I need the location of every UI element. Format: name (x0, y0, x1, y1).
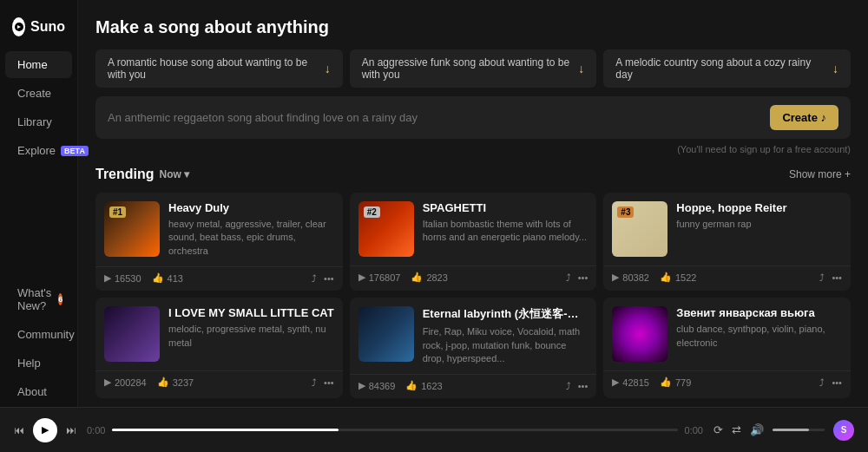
player-controls: ⏮ ▶ ⏭ (14, 418, 76, 442)
track-thumb-5: ▶ (612, 306, 667, 362)
logo-icon (12, 17, 25, 36)
more-icon-1[interactable]: ••• (578, 272, 589, 283)
play-btn-4[interactable]: ▶ (376, 324, 397, 344)
community-label: Community (17, 328, 75, 341)
create-button[interactable]: Create ♪ (770, 105, 838, 130)
play-btn-1[interactable]: ▶ (376, 219, 397, 239)
more-icon-2[interactable]: ••• (832, 272, 842, 283)
track-actions-4: ⤴ ••• (566, 381, 589, 391)
progress-bar-track[interactable] (112, 429, 677, 431)
more-icon-0[interactable]: ••• (324, 273, 334, 284)
player-prev-button[interactable]: ⏮ (14, 424, 24, 436)
home-label: Home (17, 58, 48, 71)
app-logo[interactable]: Suno (0, 10, 77, 50)
track-thumb-0: #1 ▶ (104, 201, 160, 257)
like-icon-4: 👍 (405, 380, 418, 391)
more-icon-5[interactable]: ••• (832, 377, 842, 388)
track-actions-5: ⤴ ••• (819, 377, 842, 388)
play-btn-0[interactable]: ▶ (122, 219, 142, 239)
sidebar-item-explore[interactable]: Explore BETA (5, 137, 72, 164)
page-title: Make a song about anything (95, 17, 851, 37)
track-plays-5: ▶ 42815 (612, 377, 649, 388)
play-count-4: 84369 (369, 381, 396, 391)
volume-fill (773, 429, 809, 431)
sidebar-item-create[interactable]: Create (5, 80, 72, 107)
play-count-icon-3: ▶ (104, 377, 111, 388)
like-icon-0: 👍 (152, 272, 164, 284)
create-bar: Create ♪ (95, 96, 851, 139)
now-selector[interactable]: Now ▾ (160, 168, 189, 180)
trending-header: Trending Now ▾ Show more + (95, 167, 851, 182)
more-icon-3[interactable]: ••• (324, 377, 334, 388)
track-actions-1: ⤴ ••• (566, 272, 589, 283)
track-info-3: I LOVE MY SMALL LITTLE CAT melodic, prog… (168, 306, 334, 362)
trending-track-4[interactable]: ▶ Eternal labyrinth (永恒迷客-アバタレ—... Fire,… (350, 298, 597, 398)
library-label: Library (17, 115, 52, 128)
trending-track-3[interactable]: ▶ I LOVE MY SMALL LITTLE CAT melodic, pr… (95, 298, 343, 398)
player-progress: 0:00 0:00 (87, 425, 703, 436)
sidebar-item-home[interactable]: Home (5, 51, 72, 78)
trending-show-more[interactable]: Show more + (789, 168, 851, 180)
track-actions-2: ⤴ ••• (819, 272, 842, 283)
sidebar: Suno Home Create Library Explore BETA Wh… (0, 0, 78, 452)
share-icon-2[interactable]: ⤴ (819, 272, 825, 283)
track-likes-2: 👍 1522 (660, 272, 696, 283)
suggestion-pill-0[interactable]: A romantic house song about wanting to b… (95, 49, 343, 88)
play-btn-5[interactable]: ▶ (629, 324, 650, 344)
track-likes-1: 👍 2823 (411, 272, 447, 283)
trending-track-1[interactable]: #2 ▶ SPAGHETTI Italian bombastic theme w… (350, 193, 597, 291)
volume-icon[interactable]: 🔊 (750, 423, 764, 436)
more-icon-4[interactable]: ••• (578, 381, 589, 391)
share-icon-4[interactable]: ⤴ (566, 381, 571, 391)
user-avatar[interactable]: S (833, 420, 854, 441)
track-bottom-3: ▶ 200284 👍 3237 ⤴ ••• (95, 370, 343, 395)
like-count-0: 413 (168, 273, 183, 284)
suggestion-pill-2[interactable]: A melodic country song about a cozy rain… (603, 49, 851, 88)
app-name: Suno (30, 19, 65, 35)
share-icon-5[interactable]: ⤴ (819, 377, 825, 388)
share-icon-1[interactable]: ⤴ (566, 272, 571, 283)
explore-label: Explore (17, 144, 56, 157)
play-count-icon-0: ▶ (104, 272, 111, 284)
sidebar-item-community[interactable]: Community (5, 321, 72, 348)
track-name-2: Hoppe, hoppe Reiter (676, 201, 842, 214)
sidebar-item-whats-new[interactable]: What's New? 6 (5, 279, 72, 319)
share-icon-0[interactable]: ⤴ (312, 273, 317, 284)
trending-track-5[interactable]: ▶ Звенит январская вьюга club dance, syn… (603, 298, 851, 398)
about-label: About (17, 385, 47, 398)
trending-track-2[interactable]: #3 ▶ Hoppe, hoppe Reiter funny german ra… (603, 193, 851, 291)
player-right: ⟳ ⇄ 🔊 S (713, 420, 854, 441)
play-count-1: 176807 (369, 272, 401, 283)
track-plays-1: ▶ 176807 (358, 272, 401, 283)
volume-bar[interactable] (773, 429, 825, 431)
player-play-button[interactable]: ▶ (33, 418, 57, 442)
player-time-total: 0:00 (685, 425, 703, 436)
track-likes-0: 👍 413 (152, 272, 183, 284)
create-input[interactable] (108, 111, 761, 124)
play-count-icon-4: ▶ (358, 380, 365, 391)
track-desc-5: club dance, synthpop, violin, piano, ele… (676, 323, 842, 350)
track-actions-0: ⤴ ••• (312, 273, 334, 284)
track-plays-0: ▶ 16530 (104, 272, 141, 284)
suggestion-pill-1[interactable]: An aggressive funk song about wanting to… (350, 49, 597, 88)
sidebar-item-about[interactable]: About (5, 378, 72, 405)
loop-icon[interactable]: ⟳ (713, 423, 723, 436)
like-icon-1: 👍 (411, 272, 423, 283)
share-icon-3[interactable]: ⤴ (312, 377, 317, 388)
suggestion-text-2: A melodic country song about a cozy rain… (615, 56, 825, 81)
shuffle-icon[interactable]: ⇄ (732, 423, 741, 436)
track-desc-1: Italian bombastic theme with lots of hor… (423, 218, 589, 245)
play-count-3: 200284 (115, 377, 147, 388)
player-next-button[interactable]: ⏭ (66, 424, 76, 436)
play-count-icon-5: ▶ (612, 377, 619, 388)
like-icon-5: 👍 (660, 377, 672, 388)
main-content: Make a song about anything A romantic ho… (78, 0, 868, 452)
play-btn-3[interactable]: ▶ (122, 324, 142, 344)
sidebar-item-help[interactable]: Help (5, 350, 72, 377)
suggestion-arrow-2: ↓ (832, 62, 838, 75)
sidebar-item-library[interactable]: Library (5, 108, 72, 135)
sidebar-nav: Home Create Library Explore BETA (0, 50, 77, 278)
trending-track-0[interactable]: #1 ▶ Heavy Duly heavy metal, aggressive,… (95, 193, 343, 291)
play-btn-2[interactable]: ▶ (629, 219, 650, 239)
track-bottom-5: ▶ 42815 👍 779 ⤴ ••• (603, 370, 851, 395)
